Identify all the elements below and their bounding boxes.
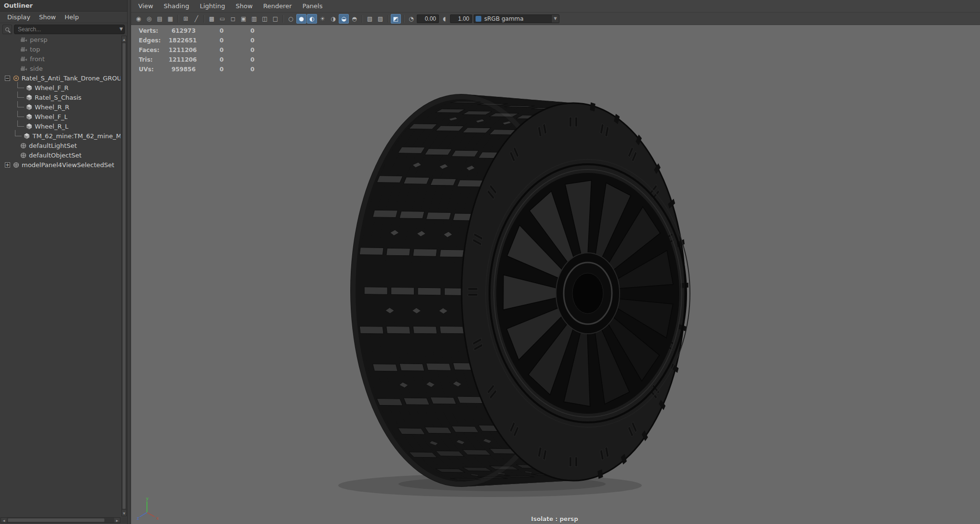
outliner-item-side[interactable]: side	[1, 64, 120, 73]
safe-action-icon[interactable]: ◫	[260, 14, 270, 24]
outliner-menu-show[interactable]: Show	[35, 12, 60, 22]
viewport-menu-renderer[interactable]: Renderer	[258, 0, 297, 12]
xray-icon[interactable]: ▧	[365, 14, 375, 24]
search-dropdown-caret-icon[interactable]: ▼	[119, 26, 123, 31]
exposure-field[interactable]	[417, 14, 439, 23]
toolbar-separator	[204, 15, 204, 23]
bookmarks-icon[interactable]: ▤	[155, 14, 165, 24]
color-management-icon	[476, 16, 481, 22]
filter-button[interactable]	[2, 25, 12, 34]
camera-icon	[20, 47, 27, 52]
ambient-occlusion-icon[interactable]: ◒	[339, 14, 349, 24]
color-management-value: sRGB gamma	[484, 15, 524, 22]
set-icon	[20, 143, 26, 149]
outliner-item-TM_62_mine:TM_62_mine_MESH[interactable]: TM_62_mine:TM_62_mine_MESH	[1, 131, 120, 141]
viewport-menubar: ViewShadingLightingShowRendererPanels	[131, 0, 980, 13]
outliner-item-Wheel_R_R[interactable]: Wheel_R_R	[1, 102, 120, 112]
gamma-field[interactable]	[450, 14, 472, 23]
item-label: Wheel_F_L	[35, 113, 67, 120]
toolbar-separator	[178, 15, 178, 23]
outliner-tree: persptopfrontside−Ratel_S_Anti_Tank_Dron…	[1, 35, 120, 516]
outliner-item-Ratel_S_Anti_Tank_Drone_GROUP[interactable]: −Ratel_S_Anti_Tank_Drone_GROUP	[1, 73, 120, 83]
expander-plus-icon[interactable]: +	[5, 162, 10, 168]
viewport-menu-view[interactable]: View	[133, 0, 159, 12]
scroll-up-icon[interactable]: ▲	[122, 36, 126, 42]
use-all-lights-icon[interactable]: ☀	[318, 14, 328, 24]
hud-stats: Verts:61297300Edges:182265100Faces:12112…	[139, 26, 254, 74]
item-label: top	[30, 46, 40, 53]
scroll-left-icon[interactable]: ◀	[1, 518, 7, 523]
field-chart-icon[interactable]: ▥	[249, 14, 259, 24]
chevron-down-icon[interactable]: ▼	[551, 15, 559, 23]
outliner-horizontal-scrollbar[interactable]: ◀ ▶	[0, 517, 120, 523]
item-label: Ratel_S_Anti_Tank_Drone_GROUP	[22, 75, 120, 82]
horizontal-scroll-thumb[interactable]	[8, 518, 105, 522]
hud-row-Faces: Faces:121120600	[139, 45, 254, 55]
exposure-icon[interactable]: ◔	[406, 14, 416, 24]
outliner-search-row: ▼	[0, 23, 127, 36]
mesh-icon	[26, 104, 32, 110]
outliner-item-Wheel_F_L[interactable]: Wheel_F_L	[1, 112, 120, 121]
isolate-label: Isolate : persp	[531, 516, 578, 523]
viewport-toolbar: ◉◎▤▦⊞╱▩▭◻▣▥◫□○●◐☀◑◒◓▧▨◩◔◖sRGB gamma▼	[131, 13, 980, 25]
resolution-gate-icon[interactable]: ◻	[228, 14, 238, 24]
film-gate-icon[interactable]: ▭	[217, 14, 227, 24]
tree-branch-line	[17, 101, 24, 107]
axis-z-label: z	[137, 516, 139, 521]
wireframe-icon[interactable]: ○	[286, 14, 296, 24]
grid-icon[interactable]: ▩	[207, 14, 217, 24]
viewport-menu-shading[interactable]: Shading	[159, 0, 195, 12]
toolbar-separator	[362, 15, 362, 23]
select-camera-icon[interactable]: ◉	[133, 14, 144, 24]
shadows-icon[interactable]: ◑	[328, 14, 338, 24]
toolbar-separator	[403, 15, 404, 23]
outliner-item-persp[interactable]: persp	[1, 35, 120, 44]
item-label: modelPanel4ViewSelectedSet	[22, 161, 114, 169]
search-input[interactable]	[14, 25, 125, 34]
viewport-menu-panels[interactable]: Panels	[297, 0, 328, 12]
gate-mask-icon[interactable]: ▣	[238, 14, 249, 24]
viewport-menu-lighting[interactable]: Lighting	[195, 0, 231, 12]
textured-icon[interactable]: ◐	[307, 14, 317, 24]
outliner-panel: Outliner DisplayShowHelp ▼ persptopfront…	[0, 0, 128, 524]
scroll-down-icon[interactable]: ▼	[122, 510, 126, 516]
outliner-menu-help[interactable]: Help	[60, 12, 83, 22]
outliner-item-defaultLightSet[interactable]: defaultLightSet	[1, 141, 120, 150]
outliner-item-top[interactable]: top	[1, 44, 120, 54]
camera-attributes-icon[interactable]: ◎	[144, 14, 154, 24]
outliner-item-Ratel_S_Chasis[interactable]: Ratel_S_Chasis	[1, 92, 120, 102]
motion-blur-icon[interactable]: ◓	[349, 14, 359, 24]
image-plane-icon[interactable]: ▦	[165, 14, 175, 24]
tree-branch-line	[15, 130, 22, 136]
color-management-select[interactable]: sRGB gamma▼	[474, 14, 559, 23]
viewport-panel[interactable]: ViewShadingLightingShowRendererPanels ◉◎…	[131, 0, 980, 524]
outliner-item-Wheel_F_R[interactable]: Wheel_F_R	[1, 83, 120, 92]
scroll-right-icon[interactable]: ▶	[114, 518, 120, 523]
safe-title-icon[interactable]: □	[270, 14, 280, 24]
isolate-select-icon[interactable]: ◩	[391, 14, 401, 24]
outliner-item-Wheel_R_L[interactable]: Wheel_R_L	[1, 121, 120, 131]
viewport-3d-scene[interactable]	[131, 25, 980, 524]
outliner-item-modelPanel4ViewSelectedSet[interactable]: +modelPanel4ViewSelectedSet	[1, 160, 120, 170]
item-label: TM_62_mine:TM_62_mine_MESH	[32, 132, 120, 140]
expander-minus-icon[interactable]: −	[5, 76, 10, 81]
vertical-scroll-thumb[interactable]	[122, 43, 126, 509]
outliner-menu-display[interactable]: Display	[3, 12, 35, 22]
search-icon	[5, 27, 9, 31]
grease-pencil-icon[interactable]: ╱	[191, 14, 201, 24]
hud-row-Tris: Tris:121120600	[139, 55, 254, 65]
outliner-item-defaultObjectSet[interactable]: defaultObjectSet	[1, 150, 120, 160]
xray-joints-icon[interactable]: ▨	[375, 14, 385, 24]
2d-pan-zoom-icon[interactable]: ⊞	[181, 14, 191, 24]
scrollbar-corner	[121, 517, 127, 523]
mesh-icon	[26, 85, 32, 91]
mesh-icon	[26, 94, 32, 101]
shaded-icon[interactable]: ●	[296, 14, 306, 24]
gamma-icon[interactable]: ◖	[439, 14, 450, 24]
mesh-icon	[24, 133, 30, 139]
outliner-item-front[interactable]: front	[1, 54, 120, 64]
outliner-vertical-scrollbar[interactable]: ▲ ▼	[121, 36, 127, 516]
tree-branch-line	[17, 92, 24, 98]
item-label: side	[30, 65, 43, 72]
viewport-menu-show[interactable]: Show	[230, 0, 258, 12]
